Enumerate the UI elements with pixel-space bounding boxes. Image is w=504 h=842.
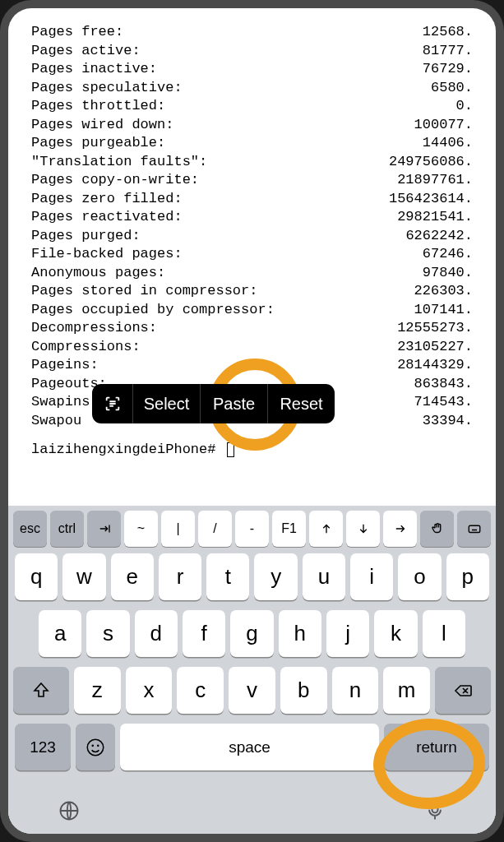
stat-label: Compressions:: [31, 338, 141, 357]
stat-label: Pages throttled:: [31, 97, 165, 116]
keyboard-icon: [467, 521, 482, 536]
key-k[interactable]: k: [374, 610, 417, 657]
stat-value: 67246.: [423, 245, 473, 264]
f1-key[interactable]: F1: [272, 511, 306, 547]
keyboard-bottom-bar: [8, 794, 496, 834]
tilde-key[interactable]: ~: [124, 511, 158, 547]
scan-text-icon: [104, 395, 122, 413]
stat-label: Swapou: [31, 412, 81, 431]
stat-value: 249756086.: [389, 153, 473, 172]
stat-value: 6580.: [431, 79, 473, 98]
key-j[interactable]: j: [326, 610, 369, 657]
terminal-row: Pages stored in compressor:226303.: [31, 282, 473, 301]
terminal-row: Pages throttled:0.: [31, 97, 473, 116]
terminal-row: Pages purgeable:14406.: [31, 134, 473, 153]
key-w[interactable]: w: [62, 553, 105, 600]
shell-prompt[interactable]: laizihengxingdeiPhone#: [31, 441, 473, 460]
arrow-up-key[interactable]: [309, 511, 343, 547]
return-key[interactable]: return: [384, 724, 489, 770]
terminal-row: Pages zero filled:156423614.: [31, 190, 473, 209]
stat-value: 28144329.: [397, 356, 473, 375]
key-g[interactable]: g: [230, 610, 273, 657]
esc-key[interactable]: esc: [13, 511, 47, 547]
key-h[interactable]: h: [279, 610, 321, 657]
tab-icon: [97, 521, 112, 536]
stat-value: 14406.: [423, 134, 473, 153]
terminal-row: Pageins:28144329.: [31, 356, 473, 375]
key-d[interactable]: d: [135, 610, 178, 657]
device-frame: Pages free:12568.Pages active:81777.Page…: [8, 8, 496, 834]
stat-label: Pages active:: [31, 42, 141, 61]
stat-label: Pageins:: [31, 356, 99, 375]
key-z[interactable]: z: [74, 667, 121, 714]
key-a[interactable]: a: [39, 610, 81, 657]
stat-value: 76729.: [423, 60, 473, 79]
paste-button[interactable]: Paste: [201, 384, 268, 423]
key-t[interactable]: t: [206, 553, 249, 600]
key-f[interactable]: f: [183, 610, 225, 657]
key-c[interactable]: c: [177, 667, 224, 714]
space-key[interactable]: space: [120, 724, 379, 770]
key-row-1: qwertyuiop: [13, 553, 491, 600]
key-o[interactable]: o: [398, 553, 441, 600]
stat-value: 863843.: [414, 375, 473, 394]
scan-text-button[interactable]: [92, 384, 133, 423]
key-m[interactable]: m: [383, 667, 430, 714]
function-row: esc ctrl ~ | / - F1: [13, 511, 491, 547]
terminal-row: Pages free:12568.: [31, 23, 473, 42]
tab-key[interactable]: [87, 511, 121, 547]
key-v[interactable]: v: [229, 667, 275, 714]
touch-toggle-key[interactable]: [420, 511, 454, 547]
key-i[interactable]: i: [350, 553, 393, 600]
stat-label: Pages wired down:: [31, 116, 173, 135]
stat-value: 156423614.: [389, 190, 473, 209]
shift-key[interactable]: [13, 667, 69, 714]
svg-point-1: [87, 739, 104, 756]
globe-icon: [58, 799, 81, 822]
key-u[interactable]: u: [303, 553, 345, 600]
key-p[interactable]: p: [446, 553, 489, 600]
hand-icon: [430, 521, 445, 536]
arrow-right-key[interactable]: [383, 511, 417, 547]
reset-button[interactable]: Reset: [268, 384, 335, 423]
stat-value: 714543.: [414, 393, 473, 412]
stat-value: 100077.: [414, 116, 473, 135]
globe-button[interactable]: [58, 799, 81, 826]
dash-key[interactable]: -: [235, 511, 269, 547]
backspace-icon: [453, 681, 473, 701]
ctrl-key[interactable]: ctrl: [50, 511, 84, 547]
stat-label: Pages reactivated:: [31, 208, 183, 227]
stat-value: 226303.: [414, 282, 473, 301]
numbers-key[interactable]: 123: [15, 724, 71, 770]
stat-label: Pages speculative:: [31, 79, 183, 98]
terminal-row: Compressions:23105227.: [31, 338, 473, 357]
key-r[interactable]: r: [159, 553, 201, 600]
keyboard-toggle-key[interactable]: [457, 511, 491, 547]
terminal-row: Pages reactivated:29821541.: [31, 208, 473, 227]
arrow-down-key[interactable]: [346, 511, 380, 547]
key-s[interactable]: s: [86, 610, 129, 657]
key-x[interactable]: x: [126, 667, 173, 714]
stat-value: 0.: [456, 97, 473, 116]
shift-icon: [31, 681, 51, 701]
stat-label: Anonymous pages:: [31, 264, 165, 283]
key-e[interactable]: e: [111, 553, 154, 600]
terminal-row: Anonymous pages:97840.: [31, 264, 473, 283]
dictation-button[interactable]: [423, 799, 446, 826]
key-q[interactable]: q: [15, 553, 58, 600]
key-n[interactable]: n: [332, 667, 379, 714]
slash-key[interactable]: /: [198, 511, 232, 547]
key-l[interactable]: l: [423, 610, 465, 657]
stat-value: 12568.: [423, 23, 473, 42]
svg-rect-0: [469, 525, 480, 532]
terminal-row: Pages purged:6262242.: [31, 227, 473, 246]
key-y[interactable]: y: [254, 553, 297, 600]
select-button[interactable]: Select: [133, 384, 201, 423]
key-b[interactable]: b: [280, 667, 327, 714]
emoji-key[interactable]: [76, 724, 115, 770]
stat-value: 107141.: [414, 301, 473, 320]
stat-value: 81777.: [423, 42, 473, 61]
terminal-row: Pages wired down:100077.: [31, 116, 473, 135]
pipe-key[interactable]: |: [161, 511, 195, 547]
backspace-key[interactable]: [435, 667, 491, 714]
